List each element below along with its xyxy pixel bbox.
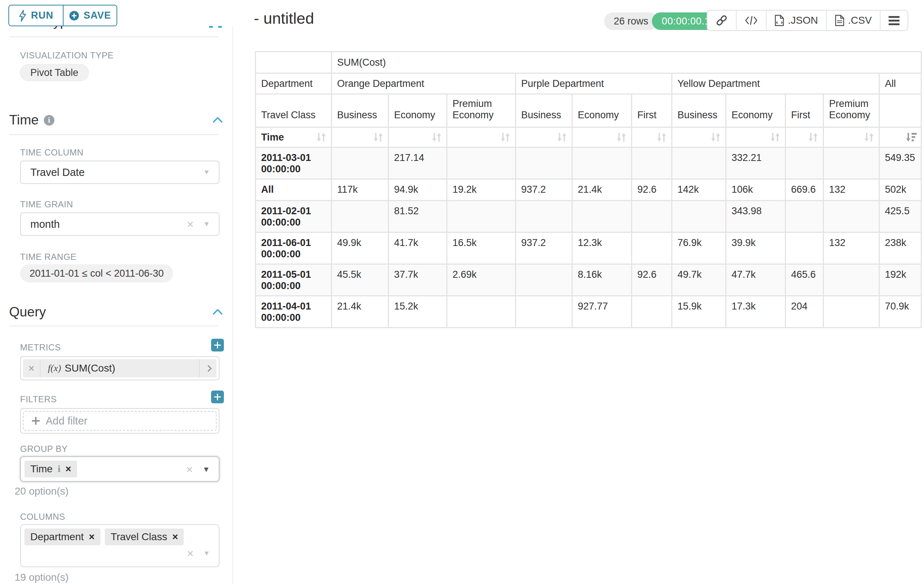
export-json-button[interactable]: .JSON [766,11,826,30]
cell [824,148,879,178]
cell: 2.69k [447,265,515,295]
cell: 37.7k [389,265,446,295]
caret-down-icon[interactable]: ▼ [202,465,210,474]
cell: 937.2 [516,179,572,200]
link-icon [716,14,728,26]
metric-pill[interactable]: × f(x) SUM(Cost) [23,359,216,377]
cell: 117k [332,179,388,200]
time-grain-label: TIME GRAIN [20,199,73,209]
cell [632,148,671,178]
x-icon[interactable]: × [187,548,194,559]
col-header: Economy [573,95,631,127]
cell [824,265,879,295]
sort-arrows-icon [655,132,668,143]
info-icon: i [58,464,60,474]
cell: 549.35 [880,148,921,178]
sort-cell[interactable] [726,128,785,147]
time-column-value: Travel Date [30,166,85,178]
cell: 332.21 [726,148,785,178]
fx-icon: f(x) [48,363,61,374]
table-row: All 117k 94.9k 19.2k 937.2 21.4k 92.6 14… [256,179,921,200]
columns-tag[interactable]: Travel Class × [105,528,184,545]
sort-cell[interactable] [672,128,725,147]
chevron-up-icon[interactable] [213,309,223,316]
sort-cell[interactable] [824,128,879,147]
viz-type-pill[interactable]: Pivot Table [20,64,89,81]
cell [447,201,515,232]
cell: 92.6 [632,265,671,295]
sort-cell[interactable] [573,128,631,147]
metric-name: SUM(Cost) [64,362,115,374]
group-by-tag[interactable]: Time i × [25,461,77,477]
sort-cell[interactable] [786,128,823,147]
sort-cell[interactable] [632,128,671,147]
sort-arrows-icon [315,132,327,143]
col-group-header: Orange Department [332,74,515,94]
remove-tag-icon[interactable]: × [172,531,178,543]
row-header: 2011-05-01 00:00:00 [256,265,331,295]
time-range-label: TIME RANGE [20,252,76,262]
group-by-select[interactable]: Time i × × ▼ [20,456,219,482]
explore-view: Chart Type RUN SAVE VISUALIZATION TYPE P… [0,0,924,584]
sort-cell-time[interactable]: Time [256,128,331,147]
remove-metric-icon[interactable]: × [23,359,41,377]
cell [824,296,879,327]
control-panel: Chart Type RUN SAVE VISUALIZATION TYPE P… [0,0,233,584]
remove-tag-icon[interactable]: × [65,464,71,475]
cell: 41.7k [389,233,446,263]
export-csv-button[interactable]: .CSV [826,11,880,30]
x-icon[interactable]: × [187,218,194,230]
sort-descending-icon [905,132,917,143]
save-button[interactable]: SAVE [63,5,117,26]
corner-cell [256,52,331,72]
cell: 192k [880,265,921,295]
run-button[interactable]: RUN [9,5,63,26]
plus-circle-icon [69,11,79,21]
table-row: 2011-05-01 00:00:00 45.5k 37.7k 2.69k 8.… [256,265,921,295]
cell [672,201,725,232]
time-column-select[interactable]: Travel Date ▼ [20,161,219,184]
add-metric-button[interactable] [211,339,224,352]
sort-cell-active-desc[interactable] [880,128,921,147]
results-menu-button[interactable] [880,11,908,30]
cell [573,148,631,178]
cell: 502k [880,179,921,200]
cell [447,296,515,327]
add-filter-button[interactable]: Add filter [23,411,216,431]
file-icon [835,15,845,26]
columns-select[interactable]: Department × Travel Class × × ▼ [20,524,219,567]
chevron-up-icon[interactable] [213,118,223,124]
copy-link-button[interactable] [708,11,736,30]
pivot-table: SUM(Cost) Department Orange Department P… [255,51,922,328]
time-grain-select[interactable]: month × ▼ [20,212,219,236]
results-toolbar: .JSON .CSV [707,10,908,31]
view-query-button[interactable] [736,11,766,30]
cell: 94.9k [389,179,446,200]
drag-dots-icon[interactable] [209,26,222,28]
code-icon [745,15,758,26]
columns-tag[interactable]: Department × [25,528,101,545]
sort-cell[interactable] [447,128,515,147]
row-header: 2011-04-01 00:00:00 [256,296,331,327]
cell: 132 [824,179,879,200]
table-row: 2011-03-01 00:00:00 217.14 332.21 549.35 [256,148,921,178]
metric-header: SUM(Cost) [332,52,921,72]
hamburger-icon [889,16,899,25]
sort-cell[interactable] [516,128,572,147]
time-range-pill[interactable]: 2011-01-01 ≤ col < 2011-06-30 [20,264,173,283]
add-filter-plus-button[interactable] [211,391,224,403]
x-icon[interactable]: × [186,464,193,475]
travel-class-header-row: Travel Class Business Economy Premium Ec… [256,95,921,127]
cell: 76.9k [672,233,725,263]
time-column-label: TIME COLUMN [20,148,84,158]
chart-title[interactable]: - untitled [254,10,314,27]
remove-tag-icon[interactable]: × [89,531,95,543]
caret-down-icon[interactable]: ▼ [203,549,210,558]
chevron-right-icon[interactable] [199,359,216,377]
export-json-label: .JSON [788,15,818,26]
caret-down-icon[interactable]: ▼ [203,220,210,228]
sort-cell[interactable] [332,128,388,147]
sort-cell[interactable] [389,128,446,147]
caret-down-icon[interactable]: ▼ [203,168,210,176]
sort-arrows-icon [769,132,781,143]
